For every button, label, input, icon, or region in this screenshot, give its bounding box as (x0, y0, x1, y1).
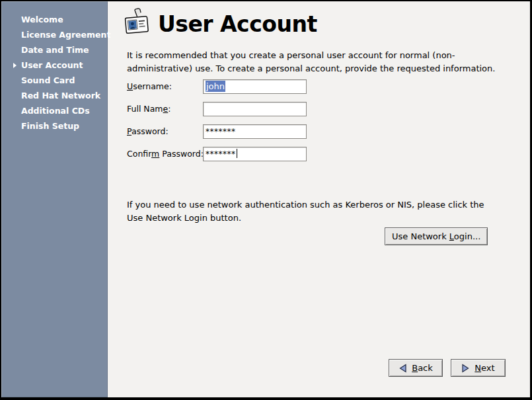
page-title: User Account (158, 11, 317, 37)
next-label: Next (475, 363, 494, 373)
back-label: Back (412, 363, 433, 373)
username-input[interactable]: john (203, 79, 307, 94)
setup-agent-window: Welcome License Agreement Date and Time … (0, 0, 532, 400)
use-network-login-button[interactable]: Use Network Login... (385, 227, 488, 245)
sidebar-item-date-and-time[interactable]: Date and Time (1, 42, 108, 58)
sidebar-item-finish-setup[interactable]: Finish Setup (1, 118, 108, 134)
password-row: Password: ******* (127, 124, 418, 139)
confirm-password-input[interactable]: ******* (203, 147, 307, 161)
current-step-arrow-icon (13, 63, 17, 68)
back-button[interactable]: Back (389, 359, 443, 377)
sidebar-item-user-account[interactable]: User Account (1, 58, 108, 73)
sidebar-item-label: Red Hat Network (21, 91, 100, 100)
use-network-login-label: Use Network Login... (392, 231, 480, 241)
confirm-password-row: Confirm Password: ******* (127, 147, 418, 161)
sidebar-item-additional-cds[interactable]: Additional CDs (1, 103, 108, 118)
full-name-row: Full Name: (127, 102, 418, 116)
sidebar-item-welcome[interactable]: Welcome (1, 12, 108, 27)
username-label: Username: (127, 81, 172, 91)
full-name-input[interactable] (203, 102, 307, 116)
sidebar-item-sound-card[interactable]: Sound Card (1, 73, 108, 88)
network-auth-note: If you need to use network authenticatio… (127, 198, 484, 225)
sidebar-item-label: License Agreement (21, 30, 110, 40)
confirm-password-label: Confirm Password: (127, 149, 204, 159)
password-label: Password: (127, 126, 169, 136)
password-input[interactable]: ******* (203, 124, 307, 139)
full-name-label: Full Name: (127, 104, 171, 114)
selected-text: john (206, 81, 225, 92)
sidebar-item-label: User Account (21, 60, 83, 70)
sidebar-item-label: Additional CDs (21, 106, 90, 116)
sidebar-item-label: Finish Setup (21, 121, 79, 131)
page-header: User Account (124, 8, 317, 40)
setup-steps-sidebar: Welcome License Agreement Date and Time … (1, 1, 108, 397)
back-arrow-icon (399, 364, 407, 373)
id-card-icon (124, 8, 150, 40)
next-button[interactable]: Next (451, 359, 506, 377)
sidebar-item-label: Welcome (21, 15, 63, 24)
text-caret (237, 149, 237, 158)
sidebar-item-label: Date and Time (21, 45, 89, 55)
sidebar-item-red-hat-network[interactable]: Red Hat Network (1, 88, 108, 103)
sidebar-item-label: Sound Card (21, 75, 75, 85)
sidebar-item-license-agreement[interactable]: License Agreement (1, 27, 108, 42)
main-content: User Account It is recommended that you … (108, 1, 530, 397)
user-account-form: Username: john Full Name: Password: ****… (127, 79, 418, 169)
page-description: It is recommended that you create a pers… (127, 49, 495, 75)
next-arrow-icon (461, 364, 470, 373)
username-row: Username: john (127, 79, 418, 94)
